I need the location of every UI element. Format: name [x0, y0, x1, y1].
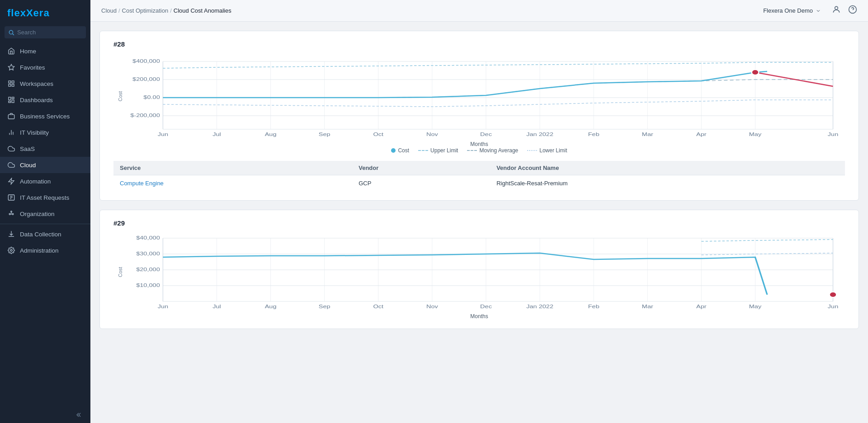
svg-text:Nov: Nov: [426, 304, 438, 310]
legend-moving-avg: Moving Average: [467, 147, 518, 154]
anomaly-28-dot: [752, 70, 759, 75]
legend-moving-avg-line: [467, 150, 477, 151]
chart-28-y-label: Cost: [118, 91, 123, 102]
dashboard-icon: [7, 96, 15, 104]
sidebar-item-label: SaaS: [20, 146, 35, 152]
briefcase-icon: [7, 112, 15, 120]
sidebar-item-automation[interactable]: Automation: [0, 173, 90, 189]
svg-rect-21: [9, 213, 10, 215]
svg-text:$20,000: $20,000: [136, 267, 160, 273]
svg-text:Oct: Oct: [373, 132, 383, 137]
vendor-account-cell: RightScale-Resat-Premium: [490, 175, 845, 192]
svg-text:Feb: Feb: [588, 304, 599, 310]
svg-rect-8: [12, 97, 14, 99]
svg-text:$30,000: $30,000: [136, 251, 160, 257]
search-box[interactable]: [5, 26, 86, 38]
svg-text:Dec: Dec: [480, 132, 492, 137]
svg-text:Oct: Oct: [373, 304, 383, 310]
search-input[interactable]: [17, 29, 82, 36]
anomaly-28-number: #28: [113, 40, 845, 48]
sidebar-item-organization[interactable]: Organization: [0, 206, 90, 222]
star-icon: [7, 63, 15, 71]
sidebar-item-label: IT Asset Requests: [20, 194, 69, 201]
topbar-right: Flexera One Demo: [760, 5, 857, 16]
legend-lower: Lower Limit: [527, 147, 567, 154]
account-name: Flexera One Demo: [763, 7, 813, 14]
bar-chart-icon: [7, 128, 15, 136]
sidebar-item-label: Data Collection: [20, 231, 61, 238]
col-vendor: Vendor: [352, 161, 490, 175]
user-icon[interactable]: [832, 5, 841, 16]
anomaly-29-card: #29 Cost $40,000 $30,000: [99, 210, 859, 329]
svg-rect-3: [9, 81, 11, 83]
vendor-cell: GCP: [352, 175, 490, 192]
download-icon: [7, 230, 15, 238]
svg-marker-2: [8, 64, 14, 70]
chart-29-svg: $40,000 $30,000 $20,000 $10,000: [127, 231, 845, 310]
sidebar-item-it-asset-requests[interactable]: IT Asset Requests: [0, 189, 90, 206]
svg-text:May: May: [749, 132, 762, 137]
svg-text:Jun: Jun: [828, 304, 838, 310]
svg-rect-5: [9, 84, 11, 86]
org-icon: [7, 210, 15, 218]
svg-point-23: [10, 249, 12, 251]
sidebar-item-it-visibility[interactable]: IT Visibility: [0, 124, 90, 141]
grid-icon: [7, 80, 15, 88]
svg-rect-7: [9, 97, 11, 100]
sidebar-item-saas[interactable]: SaaS: [0, 141, 90, 157]
sidebar-item-label: Automation: [20, 178, 51, 185]
col-vendor-account: Vendor Account Name: [490, 161, 845, 175]
svg-text:Jun: Jun: [158, 132, 168, 137]
svg-text:$10,000: $10,000: [136, 282, 160, 288]
svg-text:Jul: Jul: [212, 132, 221, 137]
main-content: Cloud / Cost Optimization / Cloud Cost A…: [90, 0, 868, 423]
sidebar-item-data-collection[interactable]: Data Collection: [0, 226, 90, 242]
breadcrumb-cloud[interactable]: Cloud: [101, 7, 117, 14]
breadcrumb-cost-optimization[interactable]: Cost Optimization: [122, 7, 169, 14]
svg-rect-11: [8, 115, 14, 119]
breadcrumb: Cloud / Cost Optimization / Cloud Cost A…: [101, 7, 231, 14]
anomaly-28-table: Service Vendor Vendor Account Name Compu…: [113, 161, 845, 191]
svg-text:Apr: Apr: [696, 132, 707, 137]
sidebar-item-label: IT Visibility: [20, 129, 49, 136]
sidebar-item-cloud[interactable]: Cloud: [0, 157, 90, 173]
sidebar-item-dashboards[interactable]: Dashboards: [0, 92, 90, 108]
chart-28-legend: Cost Upper Limit Moving Average Lower Li…: [113, 147, 845, 154]
svg-point-20: [11, 211, 12, 212]
svg-text:Jul: Jul: [212, 304, 221, 310]
svg-point-24: [835, 6, 838, 9]
svg-text:May: May: [749, 304, 762, 310]
sidebar-item-home[interactable]: Home: [0, 43, 90, 59]
chart-28-svg: $400,000 $200,000 $0.00 $-200,000: [127, 52, 845, 138]
col-service: Service: [113, 161, 352, 175]
svg-text:Apr: Apr: [696, 304, 707, 310]
breadcrumb-current: Cloud Cost Anomalies: [174, 7, 231, 14]
help-icon[interactable]: [848, 5, 857, 16]
legend-cost-dot: [391, 148, 396, 153]
svg-text:Mar: Mar: [642, 132, 654, 137]
sidebar-item-favorites[interactable]: Favorites: [0, 59, 90, 75]
svg-rect-22: [12, 213, 14, 215]
sidebar-item-administration[interactable]: Administration: [0, 242, 90, 258]
svg-text:Jan 2022: Jan 2022: [526, 304, 553, 310]
collapse-button[interactable]: [0, 407, 90, 423]
sidebar-item-label: Dashboards: [20, 97, 53, 103]
automation-icon: [7, 177, 15, 185]
sidebar-item-label: Workspaces: [20, 80, 53, 87]
svg-rect-6: [12, 84, 14, 86]
svg-text:Mar: Mar: [642, 304, 654, 310]
anomaly-29-dot: [830, 292, 837, 297]
svg-text:$40,000: $40,000: [136, 235, 160, 241]
content-area: #28 Cost $400,000: [90, 22, 868, 423]
svg-text:Aug: Aug: [265, 304, 277, 310]
anomaly-28-card: #28 Cost $400,000: [99, 31, 859, 201]
chart-28-x-label: Months: [113, 141, 845, 147]
svg-marker-15: [9, 178, 14, 184]
account-selector[interactable]: Flexera One Demo: [760, 5, 825, 16]
sidebar-item-workspaces[interactable]: Workspaces: [0, 75, 90, 92]
anomaly-29-number: #29: [113, 219, 845, 227]
sidebar: flexXera Home Favorites Workspac: [0, 0, 90, 423]
sidebar-item-business-services[interactable]: Business Services: [0, 108, 90, 124]
sidebar-item-label: Administration: [20, 247, 59, 254]
service-link[interactable]: Compute Engine: [120, 180, 164, 187]
